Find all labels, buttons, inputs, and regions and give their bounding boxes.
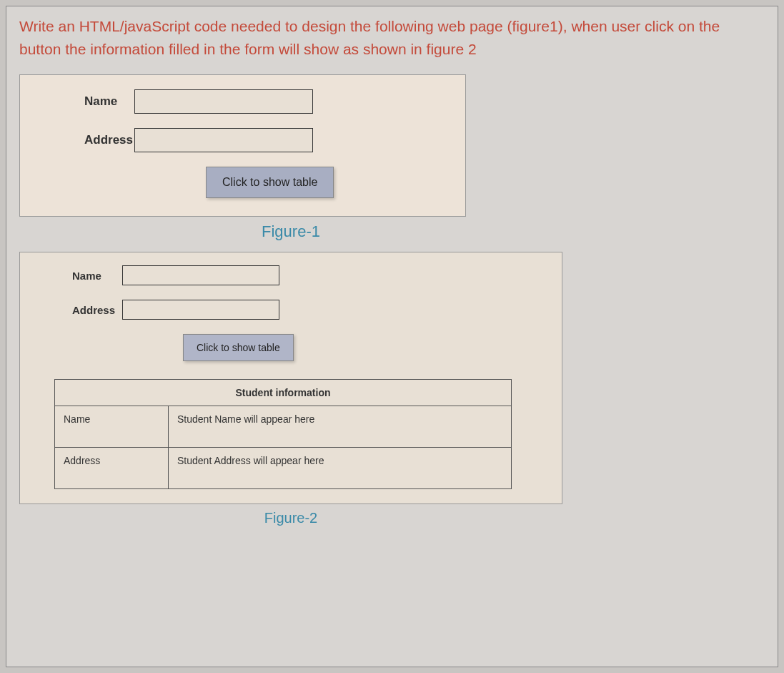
figure2-address-row: Address (33, 300, 549, 320)
figure1-show-button[interactable]: Click to show table (206, 167, 334, 198)
figure1-box: Name Address Click to show table (19, 74, 466, 217)
figure1-address-input[interactable] (134, 128, 313, 152)
table-header: Student information (55, 380, 512, 406)
table-row: Address Student Address will appear here (55, 448, 512, 489)
table-name-value-cell: Student Name will appear here (169, 406, 512, 448)
figure2-box: Name Address Click to show table Student… (19, 252, 562, 504)
figure2-name-input[interactable] (122, 265, 279, 285)
figure1-name-input[interactable] (134, 89, 313, 114)
figure2-name-label: Name (33, 270, 104, 282)
page-container: Write an HTML/javaScript code needed to … (6, 6, 778, 667)
figure1-name-label: Name (34, 94, 113, 109)
figure2-name-row: Name (33, 265, 549, 285)
student-info-table: Student information Name Student Name wi… (54, 379, 512, 489)
figure2-address-label: Address (33, 304, 104, 316)
table-address-value-cell: Student Address will appear here (169, 448, 512, 489)
figure1-name-row: Name (34, 89, 451, 114)
table-name-label-cell: Name (55, 406, 169, 448)
figure2-show-button[interactable]: Click to show table (183, 334, 294, 361)
figure1-caption: Figure-1 (19, 222, 562, 241)
table-row: Name Student Name will appear here (55, 406, 512, 448)
figure1-address-row: Address (34, 128, 451, 152)
table-address-label-cell: Address (55, 448, 169, 489)
figure1-button-row: Click to show table (34, 167, 451, 198)
figure2-address-input[interactable] (122, 300, 279, 320)
figure1-address-label: Address (34, 133, 113, 147)
question-text: Write an HTML/javaScript code needed to … (19, 15, 765, 60)
figure2-button-row: Click to show table (33, 334, 549, 361)
figure2-caption: Figure-2 (19, 510, 562, 526)
table-header-row: Student information (55, 380, 512, 406)
